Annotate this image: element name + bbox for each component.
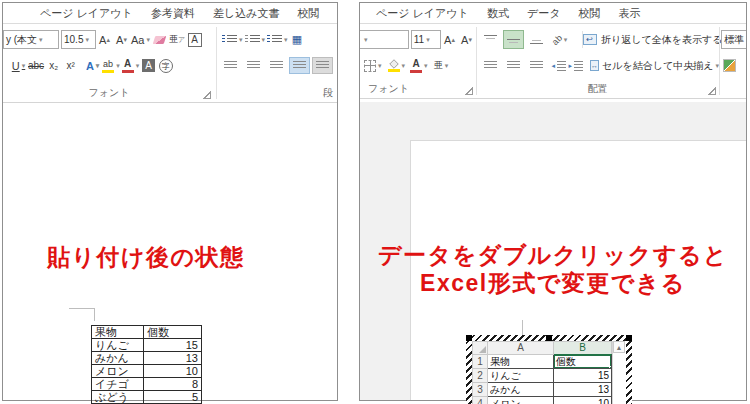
word-paragraph-group: ▦ 段 [217, 24, 337, 102]
justify-button[interactable] [289, 57, 310, 74]
character-shading-button[interactable]: A [141, 56, 156, 75]
cell-a1[interactable]: 果物 [488, 355, 554, 369]
wrap-text-button[interactable]: ↩ [582, 30, 597, 49]
excel-ribbon: 11 A▴ A▾ A 亜 フォント ab ↩ 折り返して全体を表示す [360, 24, 746, 99]
shading-partial-icon[interactable]: ▦ [290, 30, 305, 49]
align-right-button[interactable] [266, 57, 287, 74]
cursor-anchor-mark [522, 320, 523, 336]
word-document-area[interactable]: 貼り付け後の状態 果物個数 りんご15 みかん13 メロン10 イチゴ8 ぶどう… [3, 104, 337, 400]
excel-alignment-group: ab ↩ 折り返して全体を表示する ◂ ▸ ↔セルを結合して中央揃え 配置 [477, 24, 718, 98]
font-group-label: フォント [3, 86, 215, 100]
font-size-box[interactable]: 10.5 [61, 30, 96, 49]
tab-mailings[interactable]: 差し込み文書 [204, 6, 289, 21]
font-dialog-launcher-icon[interactable] [203, 91, 211, 99]
tab-view[interactable]: 表示 [328, 6, 337, 21]
borders-grid-icon [364, 60, 376, 72]
tab-review[interactable]: 校閲 [288, 6, 328, 21]
resize-handle[interactable] [626, 335, 632, 341]
font-name-box[interactable] [360, 30, 409, 49]
column-header-b[interactable]: B [554, 342, 612, 355]
column-header-a[interactable]: A [488, 342, 554, 355]
text-boundary-mark [69, 308, 95, 321]
wrap-text-label[interactable]: 折り返して全体を表示する [601, 33, 722, 47]
tab-view[interactable]: 表示 [609, 6, 649, 21]
sheet-row: 2 りんご 15 [473, 369, 612, 383]
table-row: りんご15 [92, 339, 202, 352]
enclose-characters-button[interactable]: A [187, 30, 202, 49]
font-color-button[interactable]: A [122, 56, 140, 75]
fill-color-button[interactable] [388, 56, 406, 75]
vertical-scrollbar[interactable]: ▲ ▼ [612, 341, 625, 404]
ruby-button[interactable]: 亜ア [169, 30, 185, 49]
cell[interactable]: 15 [554, 369, 612, 383]
table-header-cell[interactable]: 果物 [92, 326, 144, 339]
phonetic-guide-button[interactable]: 亜 [434, 56, 449, 75]
increase-indent-button[interactable]: ▸ [568, 56, 583, 75]
orientation-button[interactable]: ab [552, 30, 567, 49]
alignment-dialog-launcher-icon[interactable] [708, 87, 716, 95]
borders-button[interactable] [364, 56, 382, 75]
text-effects-button[interactable]: A [85, 56, 100, 75]
font-color-button[interactable]: A [410, 56, 428, 75]
select-all-corner[interactable] [473, 342, 488, 355]
tab-formulas[interactable]: 数式 [478, 6, 518, 21]
subscript-button[interactable]: x₂ [46, 56, 61, 75]
middle-align-button[interactable] [503, 30, 524, 49]
change-case-button[interactable]: Aa [131, 30, 150, 49]
cell[interactable]: りんご [488, 369, 554, 383]
sheet-row: 4 メロン 10 [473, 397, 612, 404]
cell[interactable]: 13 [554, 383, 612, 397]
bullet-list-icon [222, 35, 237, 44]
tab-page-layout[interactable]: ページ レイアウト [31, 6, 142, 21]
align-center-button[interactable] [503, 57, 524, 74]
worksheet-grid: A B 1 果物 個数 2 りんご 15 3 みかん [472, 341, 612, 404]
decrease-indent-button[interactable]: ◂ [551, 56, 566, 75]
bullets-button[interactable] [222, 30, 243, 49]
shrink-font-button[interactable]: A▾ [114, 30, 129, 49]
top-align-button[interactable] [480, 30, 501, 49]
row-header[interactable]: 2 [473, 369, 488, 383]
clear-formatting-button[interactable] [152, 30, 167, 49]
multilevel-list-button[interactable] [267, 30, 288, 49]
tab-references[interactable]: 参考資料 [142, 6, 204, 21]
cell-b1-selected[interactable]: 個数 [554, 355, 612, 369]
grow-font-button[interactable]: A▴ [442, 30, 457, 49]
tab-page-layout[interactable]: ページ レイアウト [367, 6, 478, 21]
row-header[interactable]: 4 [473, 397, 488, 404]
highlight-color-button[interactable]: ab [102, 56, 120, 75]
row-header[interactable]: 1 [473, 355, 488, 369]
cell[interactable]: 10 [554, 397, 612, 404]
embedded-excel-object[interactable]: A B 1 果物 個数 2 りんご 15 3 みかん [466, 335, 632, 404]
shrink-font-button[interactable]: A▾ [459, 30, 474, 49]
scroll-up-icon[interactable]: ▲ [613, 341, 625, 353]
font-size-box[interactable]: 11 [411, 30, 441, 49]
cell[interactable]: みかん [488, 383, 554, 397]
number-format-box[interactable]: 標準 [721, 30, 746, 49]
align-center-button[interactable] [243, 57, 264, 74]
distribute-button[interactable] [312, 57, 333, 74]
grow-font-button[interactable]: A▴ [97, 30, 112, 49]
tab-review[interactable]: 校閲 [569, 6, 609, 21]
cell[interactable]: メロン [488, 397, 554, 404]
table-header-cell[interactable]: 個数 [144, 326, 202, 339]
yellow-bar-icon [102, 70, 114, 73]
font-dialog-launcher-icon[interactable] [465, 87, 473, 95]
merge-center-button[interactable]: ↔セルを結合して中央揃え [592, 56, 717, 75]
number-format-icon[interactable] [722, 56, 737, 75]
numbering-button[interactable] [245, 30, 266, 49]
align-left-button[interactable] [220, 57, 241, 74]
align-left-button[interactable] [480, 57, 501, 74]
superscript-button[interactable]: x² [63, 56, 78, 75]
bottom-align-button[interactable] [526, 30, 547, 49]
word-window: ページ レイアウト 参考資料 差し込み文書 校閲 表示 y (本文 10.5 A… [2, 2, 338, 401]
strikethrough-button[interactable]: abc [28, 56, 44, 75]
tab-data[interactable]: データ [518, 6, 570, 21]
excel-ribbon-tabs: ページ レイアウト 数式 データ 校閲 表示 [360, 3, 746, 24]
font-name-box[interactable]: y (本文 [3, 30, 59, 49]
excel-edit-window: ページ レイアウト 数式 データ 校閲 表示 11 A▴ A▾ A 亜 フォント [359, 2, 747, 401]
paragraph-group-label: 段 [217, 86, 337, 100]
row-header[interactable]: 3 [473, 383, 488, 397]
underline-button[interactable]: U [11, 56, 26, 75]
enclose-circle-button[interactable]: 字 [158, 56, 173, 75]
align-right-button[interactable] [526, 57, 547, 74]
